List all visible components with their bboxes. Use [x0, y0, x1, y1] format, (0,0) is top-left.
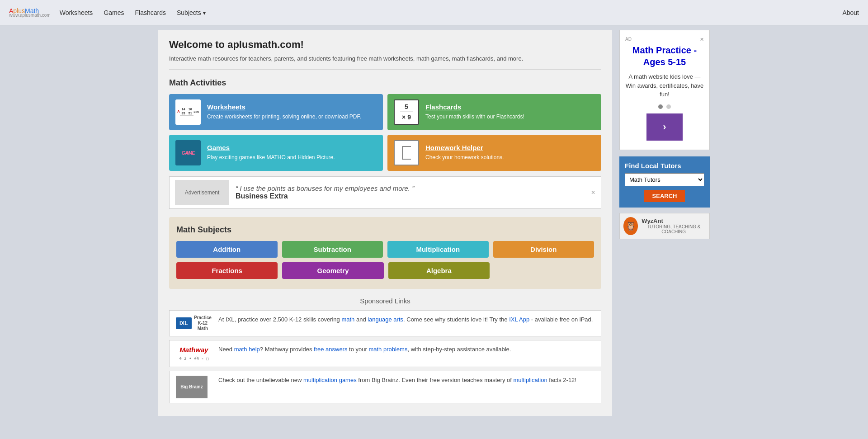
wyzant-banner[interactable]: 🦉 WyzAnt TUTORING, TEACHING & COACHING	[619, 213, 710, 239]
homework-card-text: Homework Helper Check your homework solu…	[425, 144, 504, 161]
ixl-la-link[interactable]: language arts	[368, 316, 403, 323]
wyzant-subtext: TUTORING, TEACHING & COACHING	[642, 224, 706, 234]
logo[interactable]: AplusMath www.aplusmath.com	[9, 7, 51, 18]
sidebar-ad-cta[interactable]: ›	[646, 113, 683, 141]
ixl-sponsor-text: At IXL, practice over 2,500 K-12 skills …	[218, 315, 593, 324]
ad-image: Advertisement	[175, 180, 229, 205]
sidebar-ad-close[interactable]: ✕	[700, 37, 704, 42]
subjects-section: Math Subjects Addition Subtraction Multi…	[169, 217, 601, 289]
flashcards-link[interactable]: Flashcards	[425, 103, 524, 111]
welcome-description: Interactive math resources for teachers,…	[169, 54, 601, 63]
wyzant-logo: 🦉	[623, 217, 638, 235]
sidebar-ad-title: Math Practice - Ages 5-15	[625, 44, 704, 68]
games-desc: Play exciting games like MATHO and Hidde…	[207, 154, 335, 160]
nav-worksheets[interactable]: Worksheets	[60, 9, 93, 16]
sidebar-ad: AD ✕ Math Practice - Ages 5-15 A math we…	[619, 30, 710, 150]
card-worksheets[interactable]: A 14 35 10 51 225 Worksheets Create work…	[169, 94, 383, 130]
sponsor-mathway: Mathway 4 2 • √4 - □ Need math help? Mat…	[169, 340, 601, 367]
subject-addition[interactable]: Addition	[176, 241, 278, 258]
ad-dot-2[interactable]	[666, 104, 671, 109]
card-flashcards[interactable]: 5 × 9 Flashcards Test your math skills w…	[387, 94, 601, 130]
tutors-title: Find Local Tutors	[625, 162, 704, 170]
wyzant-name: WyzAnt	[642, 217, 706, 224]
subjects-dropdown-arrow: ▾	[203, 10, 206, 16]
ad-label: AD	[625, 37, 632, 42]
subject-division[interactable]: Division	[493, 241, 594, 258]
tutors-search-button[interactable]: SEARCH	[644, 190, 685, 202]
card-homework[interactable]: Homework Helper Check your homework solu…	[387, 135, 601, 171]
tutors-select[interactable]: Math Tutors English Tutors Science Tutor…	[625, 173, 704, 186]
sponsor-ixl: IXL PracticeK-12 Math At IXL, practice o…	[169, 310, 601, 336]
bigbrainz-sponsor-text: Check out the unbelievable new multiplic…	[218, 376, 576, 385]
nav-about[interactable]: About	[842, 9, 859, 16]
ixl-logo: IXL PracticeK-12 Math	[176, 315, 212, 331]
ixl-math-link[interactable]: math	[341, 316, 354, 323]
games-card-text: Games Play exciting games like MATHO and…	[207, 144, 335, 161]
nav-games[interactable]: Games	[104, 9, 124, 16]
sidebar-ad-dots	[625, 104, 704, 109]
worksheets-desc: Create worksheets for printing, solving …	[207, 113, 361, 120]
subject-algebra[interactable]: Algebra	[388, 262, 490, 279]
homework-desc: Check your homework solutions.	[425, 154, 504, 160]
logo-url: www.aplusmath.com	[9, 13, 51, 18]
subjects-grid-row2: Fractions Geometry Algebra	[176, 262, 490, 279]
ad-quote: “ I use the points as bonuses for my emp…	[236, 184, 414, 192]
games-icon: GAME	[175, 140, 201, 165]
worksheets-card-text: Worksheets Create worksheets for printin…	[207, 103, 361, 121]
card-games[interactable]: GAME Games Play exciting games like MATH…	[169, 135, 383, 171]
wyzant-logo-letter: 🦉	[626, 221, 636, 231]
main-content: Welcome to aplusmath.com! Interactive ma…	[158, 30, 612, 416]
ad-brand: Business Extra	[236, 192, 288, 200]
subjects-section-title: Math Subjects	[176, 225, 594, 235]
ixl-app-link[interactable]: IXL App	[509, 316, 529, 323]
page-wrapper: Welcome to aplusmath.com! Interactive ma…	[154, 25, 714, 420]
ad-banner: Advertisement “ I use the points as bonu…	[169, 176, 601, 209]
mathway-sponsor-text: Need math help? Mathway provides free an…	[218, 345, 511, 354]
ad-close-button[interactable]: ✕	[591, 189, 595, 196]
worksheets-icon: A 14 35 10 51 225	[175, 99, 201, 125]
mathway-help-link[interactable]: math help	[234, 346, 260, 353]
subject-fractions[interactable]: Fractions	[176, 262, 278, 279]
activities-grid: A 14 35 10 51 225 Worksheets Create work…	[169, 94, 601, 171]
subject-multiplication[interactable]: Multiplication	[387, 241, 489, 258]
subject-subtraction[interactable]: Subtraction	[282, 241, 383, 258]
ad-dot-1[interactable]	[658, 104, 663, 109]
flashcards-desc: Test your math skills with our Flashcard…	[425, 113, 524, 120]
right-sidebar: AD ✕ Math Practice - Ages 5-15 A math we…	[619, 30, 710, 416]
ixl-logo-text[interactable]: IXL	[176, 317, 192, 329]
homework-icon	[394, 140, 419, 165]
nav-subjects[interactable]: Subjects ▾	[177, 9, 206, 16]
mathway-problems-link[interactable]: math problems	[368, 346, 407, 353]
mathway-logo-text[interactable]: Mathway	[179, 346, 208, 354]
ad-quote-text: “ I use the points as bonuses for my emp…	[236, 184, 414, 200]
activities-section-title: Math Activities	[169, 78, 601, 88]
mathway-logo: Mathway 4 2 • √4 - □	[176, 345, 212, 362]
games-link[interactable]: Games	[207, 144, 335, 151]
mathway-answers-link[interactable]: free answers	[314, 346, 347, 353]
bigbrainz-mult-link[interactable]: multiplication	[514, 377, 547, 383]
homework-link[interactable]: Homework Helper	[425, 144, 504, 151]
sponsored-title: Sponsored Links	[169, 297, 601, 305]
subjects-grid-row1: Addition Subtraction Multiplication Divi…	[176, 241, 594, 258]
flashcards-icon: 5 × 9	[394, 99, 419, 125]
subject-geometry[interactable]: Geometry	[282, 262, 383, 279]
bigbrainz-logo: Big Brainz	[176, 376, 212, 398]
sidebar-ad-description: A math website kids love — Win awards, c…	[625, 72, 704, 99]
worksheets-link[interactable]: Worksheets	[207, 103, 361, 111]
bigbrainz-games-link[interactable]: multiplication games	[303, 377, 357, 383]
welcome-divider	[169, 70, 601, 70]
navbar: AplusMath www.aplusmath.com Worksheets G…	[0, 0, 868, 25]
nav-flashcards[interactable]: Flashcards	[135, 9, 166, 16]
flashcards-card-text: Flashcards Test your math skills with ou…	[425, 103, 524, 121]
sponsor-bigbrainz: Big Brainz Check out the unbelievable ne…	[169, 371, 601, 403]
welcome-title: Welcome to aplusmath.com!	[169, 39, 601, 51]
tutors-box: Find Local Tutors Math Tutors English Tu…	[619, 156, 710, 208]
